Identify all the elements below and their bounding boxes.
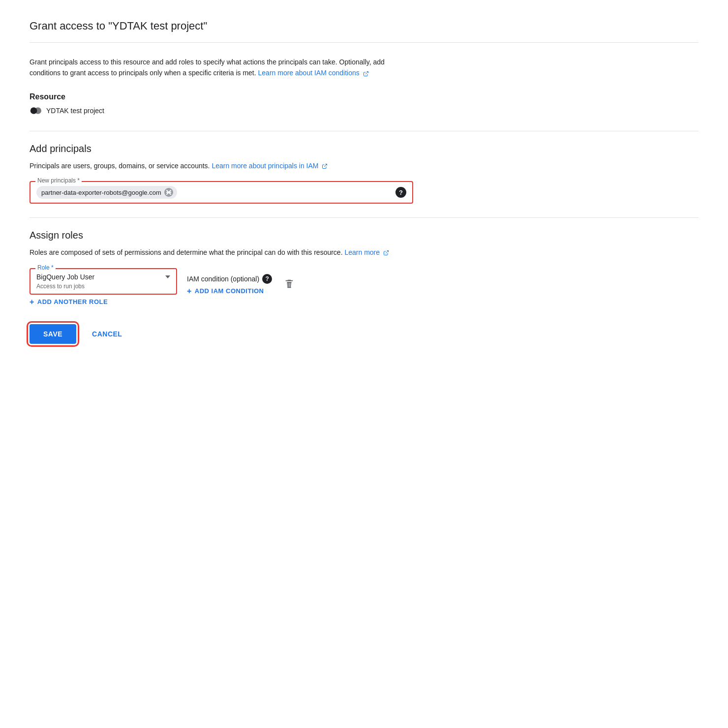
add-principals-section: Add principals Principals are users, gro… [30, 143, 698, 204]
assign-roles-desc: Roles are composed of sets of permission… [30, 247, 413, 258]
add-another-role-button[interactable]: + ADD ANOTHER ROLE [30, 296, 108, 308]
add-another-role-plus-icon: + [30, 298, 34, 306]
assign-roles-title: Assign roles [30, 230, 698, 241]
dropdown-arrow-icon [165, 275, 170, 278]
new-principals-label: New principals * [35, 177, 82, 184]
add-principals-desc: Principals are users, groups, domains, o… [30, 160, 413, 171]
role-box[interactable]: Role * BigQuery Job User Access to run j… [30, 268, 177, 295]
principal-chip: partner-data-exporter-robots@google.com [36, 186, 177, 199]
condition-actions: IAM condition (optional) ? + ADD IAM CON… [187, 268, 297, 296]
resource-icon [30, 106, 41, 115]
action-buttons: SAVE CANCEL [30, 324, 698, 344]
iam-condition-help-icon[interactable]: ? [262, 274, 272, 284]
svg-line-6 [386, 251, 389, 254]
chip-container: partner-data-exporter-robots@google.com [36, 186, 395, 199]
delete-role-button[interactable] [282, 276, 297, 291]
role-condition-row: Role * BigQuery Job User Access to run j… [30, 268, 698, 296]
new-principals-field[interactable]: New principals * partner-data-exporter-r… [30, 181, 413, 204]
role-select-value: BigQuery Job User [36, 273, 94, 281]
divider-1 [30, 131, 698, 131]
cancel-button[interactable]: CANCEL [82, 324, 132, 344]
principals-help-icon[interactable]: ? [395, 187, 406, 198]
resource-section: Resource YDTAK test project [30, 92, 698, 115]
page-title: Grant access to "YDTAK test project" [30, 20, 698, 43]
learn-principals-link[interactable]: Learn more about principals in IAM [212, 162, 328, 170]
iam-condition-box: IAM condition (optional) ? + ADD IAM CON… [187, 272, 272, 296]
resource-section-title: Resource [30, 92, 698, 101]
chip-value: partner-data-exporter-robots@google.com [41, 189, 161, 196]
chip-close-button[interactable] [164, 188, 173, 197]
svg-line-0 [365, 71, 368, 74]
svg-line-3 [324, 164, 327, 167]
iam-condition-label: IAM condition (optional) [187, 275, 259, 283]
assign-roles-section: Assign roles Roles are composed of sets … [30, 230, 698, 308]
description-text: Grant principals access to this resource… [30, 57, 413, 79]
svg-point-2 [34, 107, 41, 114]
learn-iam-link[interactable]: Learn more about IAM conditions [258, 69, 369, 77]
add-principals-title: Add principals [30, 143, 698, 154]
role-label: Role * [35, 264, 56, 271]
iam-condition-header: IAM condition (optional) ? [187, 274, 272, 284]
resource-row: YDTAK test project [30, 106, 698, 115]
add-iam-condition-button[interactable]: + ADD IAM CONDITION [187, 287, 272, 296]
learn-more-link[interactable]: Learn more [344, 248, 389, 256]
role-select-row[interactable]: BigQuery Job User [36, 273, 170, 281]
divider-2 [30, 217, 698, 218]
resource-name: YDTAK test project [46, 107, 104, 115]
save-button[interactable]: SAVE [30, 324, 76, 344]
plus-icon: + [187, 287, 192, 296]
role-description: Access to run jobs [36, 283, 170, 290]
